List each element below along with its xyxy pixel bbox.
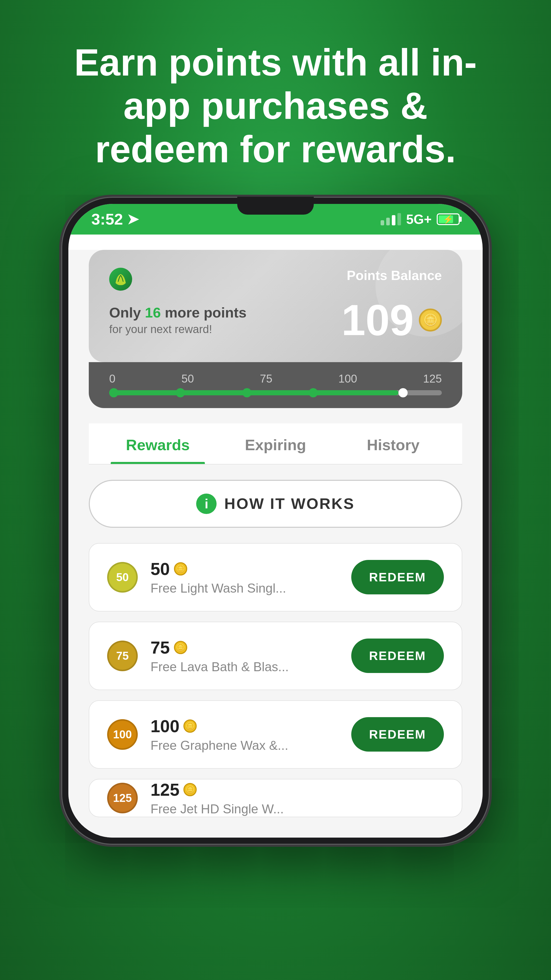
points-number-display: 109 🪙 [341, 298, 442, 342]
battery-bolt-icon: ⚡ [443, 215, 453, 224]
reward-info-50: 50 🪙 Free Light Wash Singl... [151, 559, 338, 596]
reward-desc-125: Free Jet HD Single W... [151, 802, 444, 816]
status-right-group: 5G+ ⚡ [381, 212, 460, 227]
phone-screen: 3:52 ➤ 5G+ ⚡ [68, 204, 483, 838]
progress-section: 0 50 75 100 125 [89, 362, 462, 408]
progress-dot-2 [242, 388, 251, 397]
progress-dot-0 [109, 388, 118, 397]
label-75: 75 [260, 372, 272, 385]
reward-points-50: 50 [151, 559, 170, 579]
coin-icon-125: 🪙 [183, 783, 197, 796]
sub-text: for your next reward! [109, 323, 341, 336]
redeem-button-75[interactable]: REDEEM [351, 638, 444, 673]
label-100: 100 [338, 372, 357, 385]
battery-icon: ⚡ [437, 213, 460, 225]
main-headline: Earn points with all in-app purchases & … [21, 0, 530, 197]
reward-points-row-50: 50 🪙 [151, 559, 338, 579]
label-125: 125 [423, 372, 442, 385]
phone-notch [237, 197, 314, 215]
how-it-works-label: HOW IT WORKS [224, 495, 354, 512]
progress-labels: 0 50 75 100 125 [109, 372, 442, 385]
redeem-button-50[interactable]: REDEEM [351, 560, 444, 594]
signal-bar-1 [381, 220, 384, 225]
coin-icon-100: 🪙 [183, 719, 197, 733]
time-display: 3:52 [91, 210, 123, 228]
reward-points-125: 125 [151, 780, 179, 800]
reward-points-row-125: 125 🪙 [151, 780, 444, 800]
points-card: Points Balance Only 16 more points for y… [89, 250, 462, 362]
status-time: 3:52 ➤ [91, 210, 139, 228]
reward-item-75: 75 75 🪙 Free Lava Bath & Blas... REDEEM [89, 622, 462, 690]
app-content: Points Balance Only 16 more points for y… [68, 250, 483, 838]
intro-suffix: more points [165, 304, 246, 321]
tab-rewards[interactable]: Rewards [99, 423, 217, 464]
reward-desc-50: Free Light Wash Singl... [151, 581, 338, 596]
card-top-row: Points Balance [109, 268, 442, 291]
points-balance-label: Points Balance [347, 268, 442, 283]
coin-icon-75: 🪙 [174, 641, 187, 654]
current-points-number: 109 [341, 298, 414, 342]
network-type: 5G+ [406, 212, 432, 227]
points-text-left: Only 16 more points for your next reward… [109, 304, 341, 336]
signal-bar-2 [386, 218, 390, 225]
card-middle-row: Only 16 more points for your next reward… [109, 298, 442, 342]
coin-icon-large: 🪙 [419, 309, 442, 331]
intro-word: Only [109, 304, 141, 321]
reward-points-row-75: 75 🪙 [151, 638, 338, 657]
reward-info-100: 100 🪙 Free Graphene Wax &... [151, 716, 338, 753]
location-icon: ➤ [127, 211, 139, 228]
signal-bar-4 [397, 213, 401, 225]
progress-fill [109, 390, 399, 395]
highlight-number: 16 [145, 304, 161, 321]
reward-points-100: 100 [151, 716, 179, 736]
tab-expiring[interactable]: Expiring [217, 423, 334, 464]
coin-icon-50: 🪙 [174, 562, 187, 576]
app-logo [109, 268, 132, 291]
progress-dot-1 [176, 388, 185, 397]
logo-svg [113, 273, 128, 286]
reward-badge-125: 125 [107, 783, 138, 813]
points-intro-text: Only 16 more points [109, 304, 341, 321]
label-0: 0 [109, 372, 115, 385]
reward-points-75: 75 [151, 638, 170, 657]
reward-badge-50: 50 [107, 562, 138, 593]
reward-desc-75: Free Lava Bath & Blas... [151, 659, 338, 674]
label-50: 50 [181, 372, 194, 385]
progress-track [109, 390, 442, 395]
reward-item-125: 125 125 🪙 Free Jet HD Single W... [89, 779, 462, 817]
redeem-button-100[interactable]: REDEEM [351, 717, 444, 752]
reward-item-100: 100 100 🪙 Free Graphene Wax &... REDEEM [89, 700, 462, 769]
progress-dot-4 [399, 388, 408, 397]
reward-item-50: 50 50 🪙 Free Light Wash Singl... REDEEM [89, 543, 462, 611]
tabs-row: Rewards Expiring History [89, 423, 462, 465]
reward-badge-100: 100 [107, 719, 138, 750]
reward-info-75: 75 🪙 Free Lava Bath & Blas... [151, 638, 338, 674]
reward-info-125: 125 🪙 Free Jet HD Single W... [151, 780, 444, 816]
logo-circle [109, 268, 132, 291]
info-icon: i [196, 493, 217, 514]
progress-dot-3 [309, 388, 318, 397]
reward-badge-75: 75 [107, 641, 138, 671]
phone-mockup: 3:52 ➤ 5G+ ⚡ [61, 197, 490, 845]
signal-bar-3 [392, 215, 395, 225]
signal-strength-icon [381, 213, 401, 225]
reward-points-row-100: 100 🪙 [151, 716, 338, 736]
tab-history[interactable]: History [334, 423, 452, 464]
reward-desc-100: Free Graphene Wax &... [151, 738, 338, 753]
how-it-works-button[interactable]: i HOW IT WORKS [89, 480, 462, 528]
